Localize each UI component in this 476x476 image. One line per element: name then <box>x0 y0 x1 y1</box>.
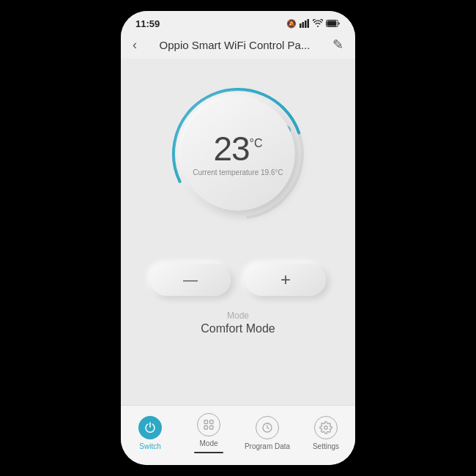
decrease-icon: — <box>183 272 198 289</box>
signal-icon <box>300 19 310 29</box>
page-title: Oppio Smart WiFi Control Pa... <box>160 39 310 51</box>
power-icon <box>144 421 157 434</box>
nav-item-mode[interactable]: Mode <box>179 413 238 453</box>
switch-icon-bg <box>138 416 162 439</box>
mode-icon-bg <box>197 413 220 436</box>
mode-value: Comfort Mode <box>201 322 275 335</box>
back-button[interactable]: ‹ <box>133 37 137 53</box>
temp-display: 23 °C <box>213 132 262 166</box>
dial-inner: 23 °C Current temperature 19.6°C <box>182 97 295 211</box>
svg-rect-2 <box>305 21 307 28</box>
nav-bar: ‹ Oppio Smart WiFi Control Pa... ✎ <box>121 32 355 59</box>
nav-item-settings[interactable]: Settings <box>297 416 355 450</box>
mode-underline <box>194 452 223 453</box>
svg-rect-9 <box>204 420 208 424</box>
status-bar: 11:59 🔕 <box>121 11 355 32</box>
thermostat-area: 23 °C Current temperature 19.6°C — + Mod… <box>150 81 326 335</box>
increase-icon: + <box>280 269 291 290</box>
edit-button[interactable]: ✎ <box>332 37 343 53</box>
switch-label: Switch <box>139 442 160 450</box>
svg-rect-3 <box>308 19 310 28</box>
gear-icon <box>319 421 332 434</box>
nav-item-program[interactable]: Program Data <box>238 416 297 450</box>
svg-point-14 <box>324 426 328 430</box>
mode-nav-label: Mode <box>199 439 217 447</box>
increase-button[interactable]: + <box>245 264 326 296</box>
settings-icon-bg <box>314 416 338 439</box>
main-content: 23 °C Current temperature 19.6°C — + Mod… <box>121 59 355 405</box>
svg-rect-11 <box>204 426 208 430</box>
svg-rect-12 <box>210 426 214 430</box>
svg-rect-5 <box>327 21 337 26</box>
phone-container: 11:59 🔕 <box>121 11 355 465</box>
controls-area: — + <box>150 264 326 296</box>
grid-icon <box>202 418 215 431</box>
mode-area: Mode Comfort Mode <box>201 310 275 335</box>
wifi-icon <box>313 19 323 29</box>
status-icons: 🔕 <box>286 19 341 29</box>
battery-icon <box>326 19 341 29</box>
svg-rect-0 <box>300 23 302 28</box>
svg-rect-10 <box>210 420 214 424</box>
decrease-button[interactable]: — <box>150 264 231 296</box>
mode-label: Mode <box>201 310 275 321</box>
program-icon-bg <box>256 416 279 439</box>
current-temperature: Current temperature 19.6°C <box>193 168 283 176</box>
svg-rect-1 <box>302 22 305 28</box>
dial-container[interactable]: 23 °C Current temperature 19.6°C <box>165 81 311 227</box>
temp-unit: °C <box>250 138 263 149</box>
settings-label: Settings <box>313 442 339 450</box>
target-temperature: 23 <box>213 132 249 166</box>
status-time: 11:59 <box>135 18 160 29</box>
program-label: Program Data <box>245 442 290 450</box>
nav-item-switch[interactable]: Switch <box>121 416 179 450</box>
clock-icon <box>261 421 274 434</box>
mute-icon: 🔕 <box>286 19 297 29</box>
bottom-nav: Switch Mode Program <box>121 405 355 465</box>
